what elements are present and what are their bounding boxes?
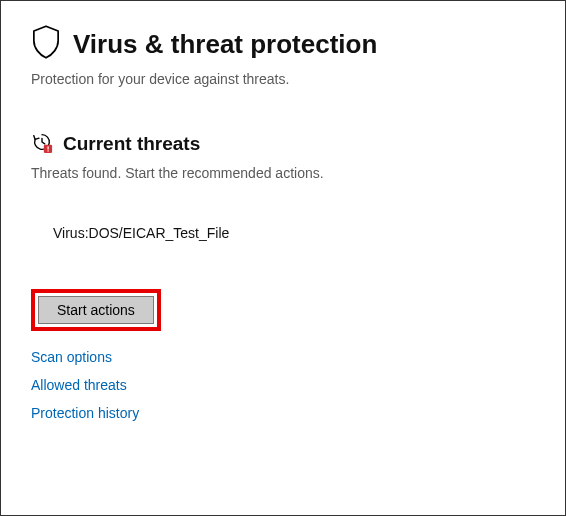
- current-threats-title: Current threats: [63, 133, 200, 155]
- page-subtitle: Protection for your device against threa…: [31, 71, 535, 87]
- scan-options-link[interactable]: Scan options: [31, 349, 535, 365]
- current-threats-description: Threats found. Start the recommended act…: [31, 165, 535, 181]
- svg-rect-1: [48, 146, 49, 149]
- threat-item: Virus:DOS/EICAR_Test_File: [53, 225, 535, 241]
- protection-history-link[interactable]: Protection history: [31, 405, 535, 421]
- current-threats-header: Current threats: [31, 131, 535, 157]
- page-title: Virus & threat protection: [73, 29, 377, 60]
- history-alert-icon: [31, 131, 53, 157]
- allowed-threats-link[interactable]: Allowed threats: [31, 377, 535, 393]
- start-actions-highlight: Start actions: [31, 289, 161, 331]
- page-header: Virus & threat protection: [31, 25, 535, 63]
- svg-rect-2: [48, 150, 49, 151]
- start-actions-button[interactable]: Start actions: [38, 296, 154, 324]
- links-section: Scan options Allowed threats Protection …: [31, 349, 535, 421]
- shield-icon: [31, 25, 61, 63]
